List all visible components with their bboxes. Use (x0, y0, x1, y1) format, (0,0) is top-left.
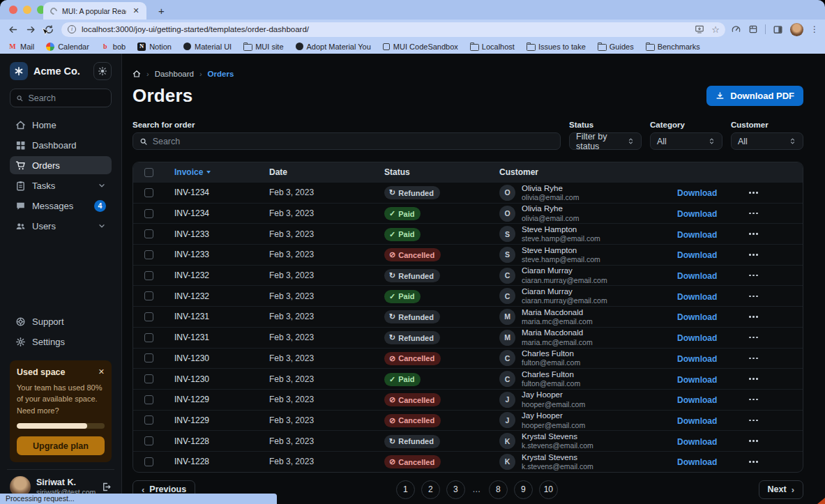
bookmark-item[interactable]: MUI site (243, 43, 283, 51)
row-more-icon[interactable] (731, 233, 766, 235)
row-download-link[interactable]: Download (677, 230, 717, 240)
bookmark-item[interactable]: Localhost (470, 43, 515, 51)
bookmark-item[interactable]: Guides (598, 43, 634, 51)
sidebar-nav-item[interactable]: Home (10, 116, 112, 134)
bookmark-item[interactable]: N Notion (137, 43, 172, 51)
sidebar-nav-item[interactable]: Dashboard (10, 136, 112, 154)
browser-tab[interactable]: MUI: A popular React UI fram ✕ (43, 2, 146, 20)
row-checkbox[interactable] (144, 353, 153, 362)
bookmark-item[interactable]: Issues to take (527, 43, 586, 51)
row-more-icon[interactable] (731, 440, 766, 442)
row-checkbox[interactable] (144, 209, 153, 218)
url-text[interactable]: localhost:3000/joy-ui/getting-started/te… (82, 25, 695, 33)
row-checkbox[interactable] (144, 291, 153, 300)
page-number-button[interactable]: 8 (489, 480, 508, 499)
row-checkbox[interactable] (144, 457, 153, 466)
row-more-icon[interactable] (731, 378, 766, 380)
upgrade-plan-button[interactable]: Upgrade plan (17, 436, 105, 455)
close-icon[interactable]: ✕ (98, 367, 105, 376)
row-checkbox[interactable] (144, 333, 153, 342)
install-app-icon[interactable] (695, 24, 704, 34)
row-download-link[interactable]: Download (677, 354, 717, 364)
row-download-link[interactable]: Download (677, 333, 717, 343)
row-checkbox[interactable] (144, 312, 153, 321)
row-download-link[interactable]: Download (677, 395, 717, 405)
sidebar-nav-item[interactable]: Support (10, 313, 112, 331)
tab-close-icon[interactable]: ✕ (131, 6, 141, 15)
row-checkbox[interactable] (144, 395, 153, 404)
bookmark-item[interactable]: Benchmarks (646, 43, 700, 51)
page-number-button[interactable]: 3 (446, 480, 465, 499)
row-more-icon[interactable] (731, 213, 766, 215)
page-number-button[interactable]: 9 (514, 480, 533, 499)
page-number-button[interactable]: 10 (539, 480, 558, 499)
browser-profile-avatar[interactable] (790, 23, 803, 36)
bookmark-item[interactable]: M Mail (8, 43, 34, 51)
bookmark-item[interactable]: MUI CodeSandbox (383, 43, 458, 51)
side-panel-icon[interactable] (773, 24, 783, 35)
row-more-icon[interactable] (731, 296, 766, 298)
download-pdf-button[interactable]: Download PDF (706, 86, 803, 106)
sidebar-search-field[interactable] (28, 93, 105, 103)
breadcrumb-dashboard[interactable]: Dashboard (155, 70, 194, 78)
row-checkbox[interactable] (144, 271, 153, 280)
customer-filter-select[interactable]: All (731, 132, 803, 150)
close-window-button[interactable] (9, 6, 17, 14)
row-download-link[interactable]: Download (677, 209, 717, 219)
extensions-icon[interactable] (748, 24, 758, 34)
order-search-input[interactable] (133, 132, 561, 150)
sidebar-nav-item[interactable]: Messages 4 (10, 197, 112, 215)
row-download-link[interactable]: Download (677, 292, 717, 302)
row-download-link[interactable]: Download (677, 375, 717, 385)
bookmark-item[interactable]: Adopt Material You (296, 43, 371, 51)
row-checkbox[interactable] (144, 229, 153, 238)
sidebar-nav-item[interactable]: Tasks (10, 176, 112, 194)
row-checkbox[interactable] (144, 374, 153, 383)
sidebar-nav-item[interactable]: Users (10, 217, 112, 235)
sidebar-nav-item[interactable]: Orders (10, 156, 112, 174)
row-download-link[interactable]: Download (677, 250, 717, 260)
row-checkbox[interactable] (144, 250, 153, 259)
site-info-icon[interactable]: i (68, 25, 76, 33)
row-more-icon[interactable] (731, 275, 766, 277)
row-download-link[interactable]: Download (677, 271, 717, 281)
logout-icon[interactable] (101, 482, 112, 492)
page-number-button[interactable]: 2 (421, 480, 440, 499)
bookmark-star-icon[interactable]: ☆ (711, 24, 720, 35)
brand-logo-icon[interactable] (10, 62, 28, 80)
color-scheme-toggle-button[interactable] (93, 62, 112, 80)
minimize-window-button[interactable] (23, 6, 31, 14)
row-more-icon[interactable] (731, 358, 766, 360)
row-more-icon[interactable] (731, 316, 766, 318)
new-tab-button[interactable]: + (155, 4, 168, 17)
order-search-field[interactable] (153, 137, 554, 146)
row-download-link[interactable]: Download (677, 437, 717, 447)
next-page-button[interactable]: Next › (759, 480, 803, 499)
row-download-link[interactable]: Download (677, 188, 717, 198)
address-bar[interactable]: i localhost:3000/joy-ui/getting-started/… (61, 22, 725, 37)
home-icon[interactable] (133, 70, 141, 78)
select-all-checkbox[interactable] (144, 168, 153, 177)
page-number-button[interactable]: … (471, 480, 483, 499)
row-download-link[interactable]: Download (677, 416, 717, 426)
row-more-icon[interactable] (731, 461, 766, 463)
row-download-link[interactable]: Download (677, 312, 717, 322)
row-more-icon[interactable] (731, 254, 766, 256)
row-more-icon[interactable] (731, 192, 766, 194)
bookmark-item[interactable]: Material UI (183, 43, 232, 51)
invoice-column-header[interactable]: Invoice (164, 167, 259, 177)
sidebar-nav-item[interactable]: Settings (10, 333, 112, 351)
browser-menu-icon[interactable]: ⋮ (810, 25, 819, 33)
row-more-icon[interactable] (731, 337, 766, 339)
row-checkbox[interactable] (144, 415, 153, 425)
bookmark-item[interactable]: Calendar (46, 43, 89, 51)
row-more-icon[interactable] (731, 399, 766, 401)
row-checkbox[interactable] (144, 436, 153, 445)
back-button[interactable] (6, 22, 20, 36)
row-checkbox[interactable] (144, 188, 153, 197)
row-download-link[interactable]: Download (677, 457, 717, 467)
status-filter-select[interactable]: Filter by status (569, 132, 642, 150)
performance-icon[interactable] (731, 24, 741, 35)
sidebar-search-input[interactable] (10, 89, 112, 107)
forward-button[interactable] (24, 22, 38, 36)
